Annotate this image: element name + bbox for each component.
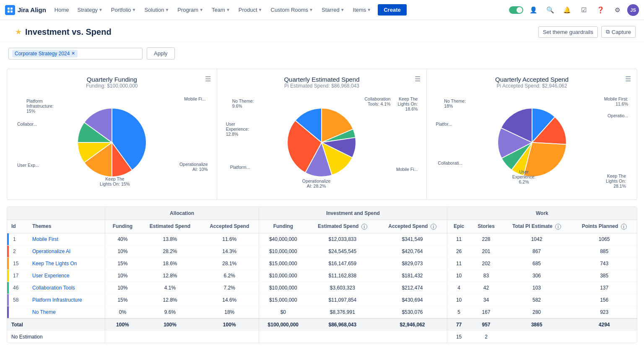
nav-starred[interactable]: Starred ▼	[318, 4, 348, 16]
chart-menu-est[interactable]: ☰	[415, 75, 421, 83]
info-icon-pi[interactable]: i	[555, 224, 561, 230]
toggle-switch[interactable]	[509, 6, 523, 14]
pie-chart-est	[280, 101, 364, 184]
label-keep-lights: Keep TheLights On: 15%	[100, 176, 130, 186]
chart-title-acc: Quarterly Accepted Spend	[434, 76, 630, 83]
chart-quarterly-funding: ☰ Quarterly Funding Funding: $100,000,00…	[7, 69, 217, 199]
content-area: ☰ Quarterly Funding Funding: $100,000,00…	[0, 65, 644, 362]
row-points: 156	[571, 294, 637, 306]
row-funding-pct: 0%	[105, 306, 140, 318]
set-guardrails-button[interactable]: Set theme guardrails	[538, 26, 598, 38]
row-acc-pct: 6.2%	[200, 269, 259, 282]
filter-tag-close[interactable]: ✕	[71, 51, 75, 56]
theme-link[interactable]: Mobile First	[32, 236, 58, 242]
info-icon-points[interactable]: i	[621, 224, 627, 230]
row-funding-pct: 10%	[105, 245, 140, 257]
nav-strategy[interactable]: Strategy ▼	[74, 4, 106, 16]
info-icon-acc[interactable]: i	[431, 224, 436, 230]
info-icon-est[interactable]: i	[361, 224, 367, 230]
row-id-cell: 58	[7, 294, 28, 306]
nav-product[interactable]: Product ▼	[235, 4, 266, 16]
chart-menu-funding[interactable]: ☰	[205, 75, 211, 83]
theme-link[interactable]: Operationalize AI	[32, 248, 70, 254]
th-inv-est-spend: Estimated Spend i	[307, 220, 378, 233]
row-stories: 228	[470, 233, 501, 245]
row-acc-pct: 11.6%	[200, 233, 259, 245]
row-id-cell: 1	[7, 233, 28, 245]
svg-rect-1	[10, 8, 13, 10]
svg-rect-0	[8, 8, 10, 10]
table-row: 1 Mobile First 40% 13.8% 11.6% $40,000,0…	[7, 233, 637, 245]
filter-tag: Corporate Strategy 2024 ✕	[12, 50, 78, 57]
logo[interactable]: Jira Align	[5, 5, 46, 15]
logo-text: Jira Align	[18, 6, 46, 13]
theme-link[interactable]: User Experience	[32, 273, 70, 279]
row-stories: 167	[470, 306, 501, 318]
chart-subtitle-funding: Funding: $100,000,000	[14, 83, 210, 89]
row-total-pi: 103	[502, 282, 572, 294]
avatar[interactable]: JS	[627, 4, 639, 16]
capture-button[interactable]: ⧉ Capture	[601, 26, 636, 38]
row-id-cell: 15	[7, 257, 28, 269]
theme-link[interactable]: Platform Infrastructure	[32, 297, 82, 303]
label-mobile-first: Mobile Fi...	[184, 96, 205, 101]
label-keep-lights-acc: Keep TheLights On:28.1%	[606, 173, 626, 189]
page-header: ★ Investment vs. Spend Set theme guardra…	[0, 20, 644, 42]
row-funding: $10,000,000	[259, 245, 307, 257]
bell-icon[interactable]: 🔔	[560, 3, 574, 17]
table-row: 58 Platform Infrastructure 15% 12.8% 14.…	[7, 294, 637, 306]
chart-subtitle-est: Pi Estimated Spend: $86,968,043	[224, 83, 420, 89]
row-epic: 11	[447, 233, 470, 245]
th-total-pi: Total PI Estimate i	[502, 220, 572, 233]
filter-input[interactable]: Corporate Strategy 2024 ✕	[8, 48, 143, 59]
label-user-exp-est: UserExperience:12.8%	[226, 122, 249, 137]
table-row: 2 Operationalize AI 10% 28.2% 14.3% $10,…	[7, 245, 637, 257]
logo-icon	[5, 5, 15, 15]
star-icon[interactable]: ★	[15, 27, 22, 36]
theme-link[interactable]: No Theme	[32, 309, 56, 315]
chart-container-funding: Mobile Fi... OperationalizeAI: 10% Keep …	[14, 92, 210, 193]
label-platform: PlatformInfrastructure:15%	[26, 98, 54, 114]
chart-menu-acc[interactable]: ☰	[625, 75, 631, 83]
label-collab-est: CollaborationTools: 4.1%	[364, 96, 390, 106]
total-funding: $100,000,000	[259, 318, 307, 331]
nav-team[interactable]: Team ▼	[208, 4, 234, 16]
charts-row: ☰ Quarterly Funding Funding: $100,000,00…	[7, 69, 637, 200]
th-empty	[7, 207, 105, 220]
theme-link[interactable]: Keep The Lights On	[32, 261, 77, 266]
settings-icon[interactable]: ⚙	[610, 3, 624, 17]
nav-custom-rooms[interactable]: Custom Rooms ▼	[267, 4, 317, 16]
row-id-cell: 46	[7, 282, 28, 294]
pie-chart-funding	[70, 101, 154, 184]
apply-button[interactable]: Apply	[147, 47, 175, 59]
chart-title-funding: Quarterly Funding	[14, 76, 210, 83]
row-funding-pct: 15%	[105, 294, 140, 306]
nav-home[interactable]: Home	[51, 4, 73, 16]
row-id-cell	[7, 306, 28, 318]
svg-rect-2	[8, 10, 10, 13]
th-stories: Stories	[470, 220, 501, 233]
row-points: 1065	[571, 233, 637, 245]
page-wrapper: ★ Investment vs. Spend Set theme guardra…	[0, 20, 644, 362]
row-epic: 11	[447, 257, 470, 269]
row-theme-cell: Platform Infrastructure	[28, 294, 105, 306]
user-icon[interactable]: 👤	[527, 3, 540, 17]
nav-portfolio[interactable]: Portfolio ▼	[108, 4, 140, 16]
checkbox-icon[interactable]: ☑	[577, 3, 590, 17]
row-id-cell: 17	[7, 269, 28, 282]
row-acc-pct: 28.1%	[200, 257, 259, 269]
th-est-spend: Estimated Spend	[140, 220, 200, 233]
label-mobile-acc: Mobile First:11.6%	[604, 96, 628, 106]
help-icon[interactable]: ❓	[594, 3, 607, 17]
nav-solution[interactable]: Solution ▼	[141, 4, 172, 16]
nav-program[interactable]: Program ▼	[174, 4, 207, 16]
create-button[interactable]: Create	[378, 4, 406, 16]
table-body: 1 Mobile First 40% 13.8% 11.6% $40,000,0…	[7, 233, 637, 343]
search-icon[interactable]: 🔍	[543, 3, 557, 17]
theme-link[interactable]: Collaboration Tools	[32, 285, 75, 291]
label-opai-est: OperationalizeAI: 28.2%	[302, 178, 331, 189]
filter-tag-label: Corporate Strategy 2024	[15, 51, 70, 57]
nav-items[interactable]: Items ▼	[350, 4, 375, 16]
filter-bar: Corporate Strategy 2024 ✕ Apply	[0, 42, 644, 65]
total-row: Total 100% 100% 100% $100,000,000 $86,96…	[7, 318, 637, 331]
